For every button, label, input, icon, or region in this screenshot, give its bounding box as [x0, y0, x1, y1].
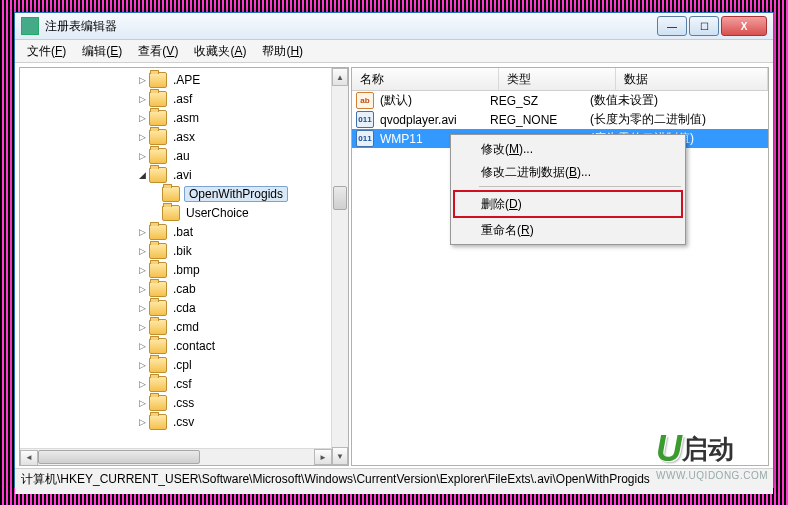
scroll-right-button[interactable]: ►: [314, 449, 332, 465]
tree-node-label: .au: [171, 149, 192, 163]
titlebar[interactable]: 注册表编辑器 — ☐ X: [15, 13, 773, 40]
tree-node-asx[interactable]: ▷.asx: [20, 127, 332, 146]
expand-collapse-icon[interactable]: ◢: [137, 170, 147, 180]
close-button[interactable]: X: [721, 16, 767, 36]
value-data: (长度为零的二进制值): [590, 111, 706, 128]
regedit-window: 注册表编辑器 — ☐ X 文件(F)编辑(E)查看(V)收藏夹(A)帮助(H) …: [14, 12, 774, 488]
tree-node-label: .csf: [171, 377, 194, 391]
expand-icon[interactable]: ▷: [137, 246, 147, 256]
tree-node-asf[interactable]: ▷.asf: [20, 89, 332, 108]
menu-e[interactable]: 编辑(E): [74, 41, 130, 62]
ctx-r[interactable]: 重命名(R): [453, 219, 683, 241]
tree-node-bmp[interactable]: ▷.bmp: [20, 260, 332, 279]
menu-f[interactable]: 文件(F): [19, 41, 74, 62]
tree-node-csf[interactable]: ▷.csf: [20, 374, 332, 393]
tree-node-contact[interactable]: ▷.contact: [20, 336, 332, 355]
ctx-m[interactable]: 修改(M)...: [453, 138, 683, 160]
expand-icon[interactable]: ▷: [137, 132, 147, 142]
tree-node-cab[interactable]: ▷.cab: [20, 279, 332, 298]
expand-icon[interactable]: ▷: [137, 398, 147, 408]
list-header[interactable]: 名称 类型 数据: [352, 68, 768, 91]
col-header-name[interactable]: 名称: [352, 68, 499, 90]
folder-icon: [149, 224, 167, 240]
window-title: 注册表编辑器: [45, 18, 657, 35]
expand-icon[interactable]: ▷: [137, 94, 147, 104]
folder-icon: [149, 148, 167, 164]
value-name: (默认): [380, 92, 490, 109]
maximize-button[interactable]: ☐: [689, 16, 719, 36]
scroll-thumb-h[interactable]: [38, 450, 200, 464]
tree-node-label: .asf: [171, 92, 194, 106]
tree-scrollbar-v[interactable]: ▲ ▼: [331, 68, 348, 465]
tree-node-cmd[interactable]: ▷.cmd: [20, 317, 332, 336]
tree-node-APE[interactable]: ▷.APE: [20, 70, 332, 89]
tree-scrollbar-h[interactable]: ◄ ►: [20, 448, 332, 465]
desktop-background: 注册表编辑器 — ☐ X 文件(F)编辑(E)查看(V)收藏夹(A)帮助(H) …: [0, 0, 788, 505]
folder-icon: [162, 205, 180, 221]
col-header-data[interactable]: 数据: [616, 68, 768, 90]
folder-icon: [149, 395, 167, 411]
statusbar: 计算机\HKEY_CURRENT_USER\Software\Microsoft…: [15, 468, 773, 494]
folder-icon: [149, 357, 167, 373]
tree-node-label: .bik: [171, 244, 194, 258]
value-type: REG_NONE: [490, 113, 590, 127]
scroll-up-button[interactable]: ▲: [332, 68, 348, 86]
expand-icon[interactable]: ▷: [137, 113, 147, 123]
menu-h[interactable]: 帮助(H): [254, 41, 311, 62]
tree-node-cpl[interactable]: ▷.cpl: [20, 355, 332, 374]
tree-node-label: .cda: [171, 301, 198, 315]
expand-icon[interactable]: ▷: [137, 341, 147, 351]
tree-node-label: .cab: [171, 282, 198, 296]
context-menu: 修改(M)...修改二进制数据(B)...删除(D)重命名(R): [450, 134, 686, 245]
folder-icon: [149, 243, 167, 259]
value-type: REG_SZ: [490, 94, 590, 108]
expand-icon[interactable]: ▷: [137, 227, 147, 237]
tree-node-css[interactable]: ▷.css: [20, 393, 332, 412]
tree-node-label: .asm: [171, 111, 201, 125]
tree-node-label: .contact: [171, 339, 217, 353]
folder-icon: [149, 129, 167, 145]
expand-icon[interactable]: ▷: [137, 75, 147, 85]
minimize-button[interactable]: —: [657, 16, 687, 36]
tree-node-asm[interactable]: ▷.asm: [20, 108, 332, 127]
tree-node-label: .css: [171, 396, 196, 410]
menu-separator: [479, 186, 681, 187]
expand-icon[interactable]: ▷: [137, 360, 147, 370]
tree-node-UserChoice[interactable]: UserChoice: [20, 203, 332, 222]
tree-node-csv[interactable]: ▷.csv: [20, 412, 332, 431]
tree-node-label: OpenWithProgids: [184, 186, 288, 202]
tree-node-cda[interactable]: ▷.cda: [20, 298, 332, 317]
expand-icon: [150, 189, 160, 199]
tree-node-bik[interactable]: ▷.bik: [20, 241, 332, 260]
folder-icon: [149, 262, 167, 278]
expand-icon: [150, 208, 160, 218]
expand-icon[interactable]: ▷: [137, 322, 147, 332]
tree-node-label: .csv: [171, 415, 196, 429]
tree-node-avi[interactable]: ◢.avi: [20, 165, 332, 184]
binary-value-icon: 011: [356, 130, 374, 147]
scroll-thumb-v[interactable]: [333, 186, 347, 210]
expand-icon[interactable]: ▷: [137, 151, 147, 161]
col-header-type[interactable]: 类型: [499, 68, 616, 90]
expand-icon[interactable]: ▷: [137, 265, 147, 275]
expand-icon[interactable]: ▷: [137, 284, 147, 294]
menu-a[interactable]: 收藏夹(A): [186, 41, 254, 62]
tree-node-OpenWithProgids[interactable]: OpenWithProgids: [20, 184, 332, 203]
value-row[interactable]: ab(默认)REG_SZ(数值未设置): [352, 91, 768, 110]
folder-icon: [149, 72, 167, 88]
expand-icon[interactable]: ▷: [137, 303, 147, 313]
value-row[interactable]: 011qvodplayer.aviREG_NONE(长度为零的二进制值): [352, 110, 768, 129]
main-body: ▷.APE▷.asf▷.asm▷.asx▷.au◢.aviOpenWithPro…: [15, 63, 773, 468]
ctx-b[interactable]: 修改二进制数据(B)...: [453, 161, 683, 183]
scroll-down-button[interactable]: ▼: [332, 447, 348, 465]
tree-node-au[interactable]: ▷.au: [20, 146, 332, 165]
tree-pane: ▷.APE▷.asf▷.asm▷.asx▷.au◢.aviOpenWithPro…: [19, 67, 349, 466]
tree-node-bat[interactable]: ▷.bat: [20, 222, 332, 241]
menu-v[interactable]: 查看(V): [130, 41, 186, 62]
expand-icon[interactable]: ▷: [137, 379, 147, 389]
menubar: 文件(F)编辑(E)查看(V)收藏夹(A)帮助(H): [15, 40, 773, 63]
registry-tree[interactable]: ▷.APE▷.asf▷.asm▷.asx▷.au◢.aviOpenWithPro…: [20, 68, 332, 449]
expand-icon[interactable]: ▷: [137, 417, 147, 427]
scroll-left-button[interactable]: ◄: [20, 450, 38, 466]
ctx-d[interactable]: 删除(D): [453, 190, 683, 218]
